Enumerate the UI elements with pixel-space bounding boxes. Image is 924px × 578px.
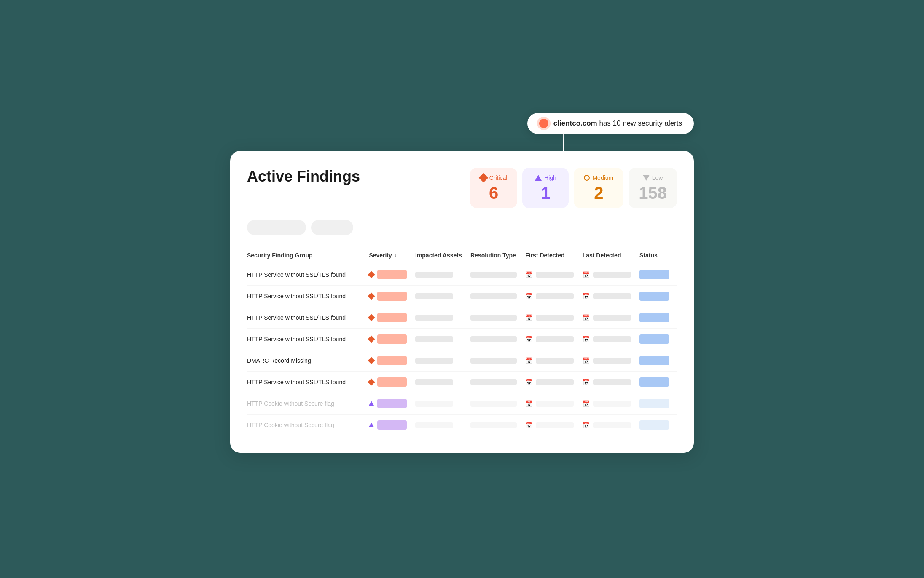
status-pill [639,399,669,408]
last-detected-cell: 📅 [583,307,639,328]
page-title: Active Findings [247,168,360,185]
diamond-icon [478,173,488,182]
calendar-icon: 📅 [583,357,590,364]
status-cell [639,328,677,350]
alert-bubble[interactable]: clientco.com has 10 new security alerts [527,113,694,134]
badge-low-count: 158 [639,185,667,201]
alert-text: clientco.com has 10 new security alerts [553,119,682,128]
badge-medium-text: Medium [592,174,613,181]
severity-bar [377,399,407,408]
triangle-icon [535,175,542,181]
impacted-assets-cell [415,285,470,307]
badge-medium-count: 2 [584,185,613,201]
badge-critical-count: 6 [480,185,508,201]
last-detected-cell: 📅 [583,393,639,414]
status-cell [639,393,677,414]
badge-low[interactable]: Low 158 [629,168,677,208]
last-detected-cell: 📅 [583,350,639,371]
resolution-type-cell [470,264,525,285]
severity-bar [377,270,407,279]
calendar-icon: 📅 [583,314,590,321]
calendar-icon: 📅 [583,336,590,343]
severity-bar [377,313,407,322]
table-row[interactable]: HTTP Service without SSL/TLS found📅📅 [247,307,677,328]
severity-cell [369,356,408,365]
filter-pill-1[interactable] [247,220,306,235]
severity-cell [369,270,408,279]
table-row[interactable]: HTTP Cookie without Secure flag📅📅 [247,414,677,436]
status-pill [639,334,669,344]
severity-bar [377,377,407,387]
filter-pill-2[interactable] [311,220,353,235]
severity-bar [377,420,407,430]
resolution-type-cell [470,371,525,393]
table-row[interactable]: HTTP Service without SSL/TLS found📅📅 [247,371,677,393]
first-detected-cell: 📅 [525,307,582,328]
status-cell [639,371,677,393]
finding-name: DMARC Record Missing [247,357,311,364]
calendar-icon: 📅 [583,293,590,300]
status-cell [639,285,677,307]
badge-high[interactable]: High 1 [522,168,569,208]
triangle-severity-icon [369,423,374,427]
col-resolution-type: Resolution Type [470,247,525,264]
finding-name: HTTP Service without SSL/TLS found [247,379,346,385]
last-detected-cell: 📅 [583,414,639,436]
resolution-type-cell [470,414,525,436]
impacted-assets-cell [415,350,470,371]
col-severity[interactable]: Severity ↓ [369,247,415,264]
table-row[interactable]: HTTP Service without SSL/TLS found📅📅 [247,285,677,307]
finding-name: HTTP Cookie without Secure flag [247,400,334,407]
calendar-icon: 📅 [525,422,532,428]
first-detected-cell: 📅 [525,328,582,350]
impacted-assets-cell [415,414,470,436]
calendar-icon: 📅 [525,271,532,278]
status-cell [639,350,677,371]
severity-bar [377,356,407,365]
alert-dot-icon [539,119,548,128]
resolution-type-cell [470,285,525,307]
status-pill [639,292,669,301]
finding-name: HTTP Service without SSL/TLS found [247,271,346,278]
first-detected-cell: 📅 [525,350,582,371]
badge-high-text: High [544,174,556,181]
alert-domain: clientco.com [553,119,597,127]
badge-critical[interactable]: Critical 6 [470,168,518,208]
first-detected-cell: 📅 [525,264,582,285]
badge-high-label: High [532,174,559,181]
main-card: Active Findings Critical 6 High 1 [230,151,694,453]
last-detected-cell: 📅 [583,264,639,285]
table-header-row: Security Finding Group Severity ↓ Impact… [247,247,677,264]
table-row[interactable]: HTTP Service without SSL/TLS found📅📅 [247,264,677,285]
severity-cell [369,399,408,408]
table-row[interactable]: HTTP Service without SSL/TLS found📅📅 [247,328,677,350]
table-row[interactable]: HTTP Cookie without Secure flag📅📅 [247,393,677,414]
last-detected-cell: 📅 [583,285,639,307]
resolution-type-cell [470,307,525,328]
table-row[interactable]: DMARC Record Missing📅📅 [247,350,677,371]
first-detected-cell: 📅 [525,285,582,307]
impacted-assets-cell [415,371,470,393]
last-detected-cell: 📅 [583,328,639,350]
finding-name: HTTP Service without SSL/TLS found [247,293,346,300]
badge-low-text: Low [652,174,663,181]
calendar-icon: 📅 [525,336,532,343]
severity-cell [369,420,408,430]
page-wrapper: clientco.com has 10 new security alerts … [230,126,694,453]
findings-table: Security Finding Group Severity ↓ Impact… [247,247,677,436]
sort-icon: ↓ [394,252,397,258]
calendar-icon: 📅 [525,379,532,385]
resolution-type-cell [470,328,525,350]
badge-medium[interactable]: Medium 2 [574,168,623,208]
severity-bar [377,334,407,344]
calendar-icon: 📅 [583,271,590,278]
calendar-icon: 📅 [525,400,532,407]
resolution-type-cell [470,393,525,414]
calendar-icon: 📅 [583,400,590,407]
triangle-down-icon [643,175,650,181]
status-pill [639,313,669,322]
badge-medium-label: Medium [584,174,613,181]
badge-high-count: 1 [532,185,559,201]
badge-critical-label: Critical [480,174,508,181]
status-pill [639,270,669,279]
